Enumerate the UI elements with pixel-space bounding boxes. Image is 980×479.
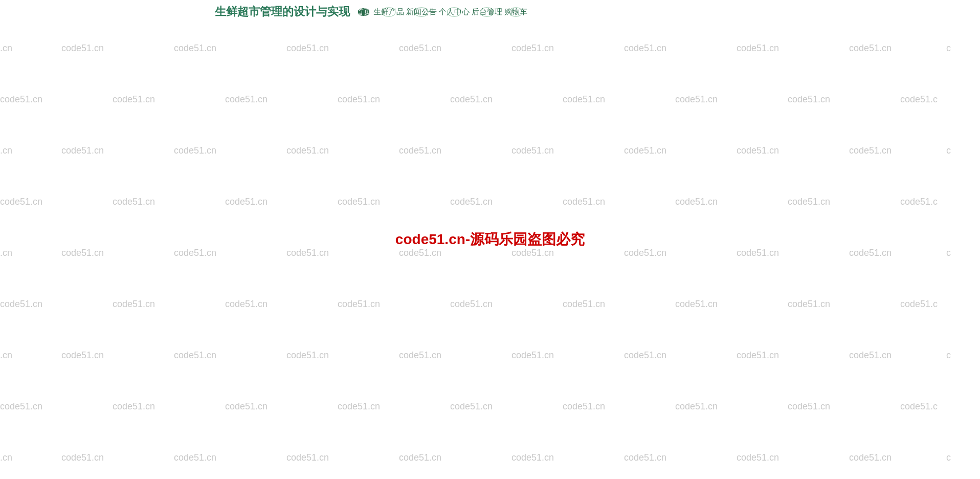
svg-text:code51.cn: code51.cn (788, 299, 830, 309)
svg-text:code51.cn: code51.cn (624, 43, 666, 53)
svg-text:code51.cn: code51.cn (511, 452, 554, 463)
nav-item-news[interactable]: 新闻公告 (406, 7, 437, 17)
svg-text:code51.cn: code51.cn (737, 145, 779, 156)
svg-text:code51.cn: code51.cn (788, 94, 830, 104)
svg-text:code51.cn: code51.cn (511, 145, 554, 156)
svg-text:code51.cn: code51.cn (450, 299, 493, 309)
nav-label-products: 生鲜产品 (373, 7, 404, 17)
svg-text:code51.cn: code51.cn (675, 401, 718, 411)
svg-text:code51.c: code51.c (900, 197, 938, 207)
site-title: 生鲜超市管理的设计与实现 (215, 4, 350, 19)
svg-text:code51.cn: code51.cn (849, 43, 892, 53)
nav-item-admin[interactable]: 后台管理 (472, 7, 502, 17)
svg-text:code51.cn: code51.cn (225, 197, 268, 207)
svg-text:code51.cn: code51.cn (61, 43, 104, 53)
svg-text:code51.cn: code51.cn (624, 145, 666, 156)
svg-text:code51.cn: code51.cn (511, 43, 554, 53)
svg-text:code51.cn: code51.cn (563, 94, 605, 104)
svg-text:code51.cn: code51.cn (286, 248, 329, 258)
svg-text:code51.cn: code51.cn (563, 197, 605, 207)
svg-text:code51.cn: code51.cn (0, 401, 42, 411)
svg-text:code51.cn: code51.cn (511, 350, 554, 360)
nav-label-profile: 个人中心 (439, 7, 470, 17)
nav-label-home: 首页 (356, 7, 371, 17)
svg-text:code51.cn: code51.cn (788, 401, 830, 411)
svg-text:code51.cn: code51.cn (174, 43, 216, 53)
svg-text:code51.cn: code51.cn (61, 145, 104, 156)
svg-text:code51.cn: code51.cn (286, 145, 329, 156)
svg-text:code51.cn: code51.cn (849, 248, 892, 258)
svg-text:code51.cn: code51.cn (0, 197, 42, 207)
svg-text:code51.cn: code51.cn (286, 452, 329, 463)
svg-text:code51.cn: code51.cn (61, 248, 104, 258)
svg-text:.cn: .cn (0, 43, 12, 53)
svg-text:c: c (946, 145, 951, 156)
svg-text:code51.cn: code51.cn (399, 145, 441, 156)
svg-text:code51.cn: code51.cn (675, 94, 718, 104)
svg-text:code51.cn: code51.cn (0, 299, 42, 309)
svg-text:code51.cn: code51.cn (338, 401, 380, 411)
svg-text:code51.cn: code51.cn (61, 452, 104, 463)
svg-text:code51.cn: code51.cn (624, 248, 666, 258)
nav-label-admin: 后台管理 (472, 7, 502, 17)
svg-text:code51.cn: code51.cn (450, 401, 493, 411)
svg-text:code51.cn: code51.cn (399, 452, 441, 463)
svg-text:.cn: .cn (0, 145, 12, 156)
svg-text:code51.cn: code51.cn (286, 43, 329, 53)
svg-text:.cn: .cn (0, 350, 12, 360)
svg-text:code51.cn: code51.cn (450, 197, 493, 207)
svg-text:code51.cn: code51.cn (225, 401, 268, 411)
svg-text:code51.cn: code51.cn (338, 299, 380, 309)
svg-text:code51.cn: code51.cn (849, 350, 892, 360)
svg-text:code51.cn: code51.cn (399, 350, 441, 360)
nav-item-home[interactable]: 首页 (356, 7, 371, 17)
svg-text:code51.cn: code51.cn (174, 350, 216, 360)
svg-text:c: c (946, 452, 951, 463)
svg-text:code51.cn: code51.cn (675, 299, 718, 309)
nav-item-cart[interactable]: 购物车 (504, 7, 527, 17)
svg-text:code51.cn: code51.cn (61, 350, 104, 360)
svg-text:code51.cn: code51.cn (174, 452, 216, 463)
svg-text:code51.cn: code51.cn (338, 94, 380, 104)
svg-text:code51.cn: code51.cn (338, 197, 380, 207)
nav-item-profile[interactable]: 个人中心 (439, 7, 470, 17)
svg-text:code51.cn: code51.cn (737, 43, 779, 53)
svg-text:code51.c: code51.c (900, 299, 938, 309)
svg-text:code51.cn: code51.cn (511, 248, 554, 258)
svg-text:code51.cn: code51.cn (624, 350, 666, 360)
svg-text:code51.cn: code51.cn (113, 94, 155, 104)
nav-label-news: 新闻公告 (406, 7, 437, 17)
svg-text:code51.cn: code51.cn (737, 248, 779, 258)
svg-text:code51.cn: code51.cn (174, 248, 216, 258)
svg-text:code51.cn: code51.cn (225, 299, 268, 309)
svg-text:code51.cn: code51.cn (849, 145, 892, 156)
svg-text:code51.cn: code51.cn (624, 452, 666, 463)
svg-text:.cn: .cn (0, 248, 12, 258)
svg-text:code51.cn: code51.cn (737, 452, 779, 463)
svg-text:c: c (946, 350, 951, 360)
svg-text:c: c (946, 248, 951, 258)
svg-text:code51.cn: code51.cn (225, 94, 268, 104)
svg-text:code51.c: code51.c (900, 94, 938, 104)
center-notice: code51.cn-源码乐园盗图必究 (395, 230, 585, 249)
nav-item-products[interactable]: 生鲜产品 (373, 7, 404, 17)
svg-text:code51.cn: code51.cn (399, 248, 441, 258)
header: 生鲜超市管理的设计与实现 首页 生鲜产品 新闻公告 (0, 0, 980, 19)
nav-label-cart: 购物车 (504, 7, 527, 17)
svg-text:code51.cn: code51.cn (563, 299, 605, 309)
svg-text:c: c (946, 43, 951, 53)
svg-text:code51.cn: code51.cn (788, 197, 830, 207)
svg-text:code51.cn: code51.cn (399, 43, 441, 53)
nav-bar: 首页 生鲜产品 新闻公告 个人中心 后台 (355, 7, 528, 17)
svg-text:code51.cn: code51.cn (113, 401, 155, 411)
svg-text:code51.cn: code51.cn (450, 94, 493, 104)
svg-text:code51.cn: code51.cn (849, 452, 892, 463)
svg-text:code51.cn: code51.cn (113, 299, 155, 309)
svg-text:code51.cn: code51.cn (563, 401, 605, 411)
svg-text:code51.cn: code51.cn (675, 197, 718, 207)
svg-text:code51.cn: code51.cn (174, 145, 216, 156)
svg-text:code51.cn: code51.cn (286, 350, 329, 360)
svg-text:code51.c: code51.c (900, 401, 938, 411)
svg-text:code51.cn: code51.cn (0, 94, 42, 104)
svg-text:code51.cn: code51.cn (113, 197, 155, 207)
